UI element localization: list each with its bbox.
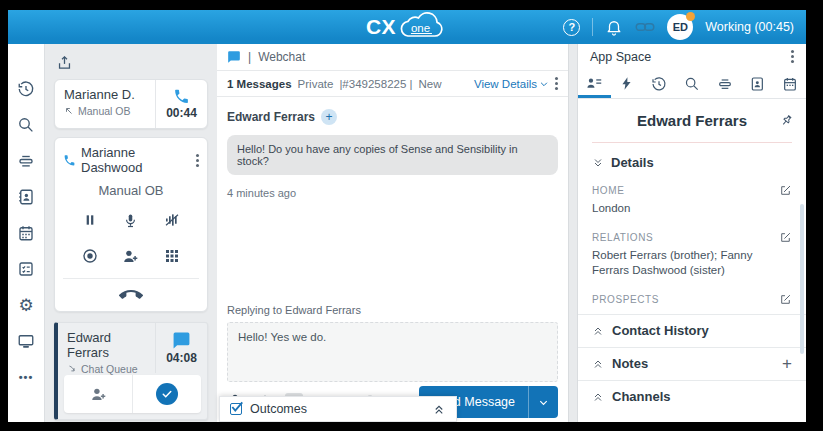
- svg-text:one: one: [411, 22, 430, 34]
- collapse-chevrons-icon: [592, 358, 604, 370]
- upload-icon[interactable]: [56, 54, 73, 71]
- hang-up-button[interactable]: [119, 288, 143, 302]
- tab-actions[interactable]: [611, 69, 644, 98]
- section-label: Channels: [612, 389, 671, 404]
- chat-bubble-icon: [227, 50, 241, 64]
- apps-launcher-icon[interactable]: [17, 260, 35, 278]
- status-label: New: [419, 78, 442, 90]
- view-details-label: View Details: [474, 78, 537, 90]
- details-section: Details HOME London RELATIONS Robert Fer…: [578, 143, 806, 314]
- search-icon[interactable]: [17, 116, 35, 134]
- message-input[interactable]: Hello! Yes we do.: [227, 322, 558, 382]
- section-label: Notes: [612, 356, 648, 371]
- field-value: Robert Ferrars (brother); Fanny Ferrars …: [592, 248, 792, 279]
- call-menu-icon[interactable]: [196, 159, 199, 162]
- chat-panel: | Webchat 1 Messages Private |#349258225…: [217, 44, 569, 422]
- accept-button[interactable]: [132, 375, 201, 413]
- call-skill: Manual OB: [63, 183, 199, 198]
- contacts-panel: Marianne D. Manual OB 00:44 Marianne Das…: [45, 44, 217, 422]
- active-call-name: Marianne Dashwood: [81, 145, 191, 175]
- collapse-chevrons-icon: [592, 391, 604, 403]
- tab-search[interactable]: [676, 69, 709, 98]
- hold-pause-button[interactable]: [79, 209, 101, 231]
- field-label: RELATIONS: [592, 232, 653, 243]
- edit-icon[interactable]: [779, 184, 792, 197]
- top-bar: CX one ? ED Working (00:45): [8, 10, 806, 44]
- inbound-arrow-icon: [67, 364, 77, 374]
- contact-card-voice[interactable]: Marianne D. Manual OB 00:44: [54, 79, 208, 129]
- field-home: HOME London: [592, 184, 792, 217]
- collapse-chevrons-icon: [592, 325, 604, 337]
- logo-cx-text: CX: [366, 15, 396, 39]
- tab-calendar[interactable]: [773, 69, 806, 98]
- tab-contacts[interactable]: [741, 69, 774, 98]
- queue-icon[interactable]: [17, 152, 35, 170]
- pin-icon[interactable]: [779, 113, 794, 128]
- more-icon[interactable]: •••: [17, 368, 35, 386]
- help-icon[interactable]: ?: [563, 19, 580, 36]
- avatar-initials: ED: [673, 21, 688, 33]
- app-space-title: App Space: [590, 50, 651, 64]
- message-thread: Edward Ferrars + Hello! Do you have any …: [217, 97, 568, 300]
- mask-recording-button[interactable]: [161, 209, 183, 231]
- settings-gear-icon[interactable]: ⚙: [17, 296, 35, 314]
- chevron-down-icon: [538, 397, 549, 408]
- field-label: HOME: [592, 185, 624, 196]
- link-icon[interactable]: [635, 19, 655, 35]
- calendar-icon[interactable]: [17, 224, 35, 242]
- field-label: PROSPECTS: [592, 294, 659, 305]
- tab-customer-card[interactable]: [578, 69, 611, 98]
- avatar[interactable]: ED: [667, 14, 693, 40]
- tab-queue[interactable]: [708, 69, 741, 98]
- notifications-bell-icon[interactable]: [605, 18, 623, 36]
- transfer-contact-button[interactable]: [64, 375, 132, 413]
- contact-card-chat-selected[interactable]: Edward Ferrars Chat Queue 04:08: [54, 322, 208, 420]
- section-contact-history[interactable]: Contact History: [578, 314, 806, 347]
- add-note-button[interactable]: +: [782, 354, 792, 374]
- app-space-menu-icon[interactable]: [791, 55, 794, 58]
- replying-to-label: Replying to Edward Ferrars: [227, 304, 558, 316]
- contact-queue: Chat Queue: [81, 363, 138, 375]
- channel-separator: |: [248, 50, 251, 64]
- scrollbar-thumb[interactable]: [800, 204, 804, 354]
- agent-status[interactable]: Working (00:45): [705, 20, 794, 34]
- dialpad-button[interactable]: [161, 245, 183, 267]
- section-notes[interactable]: Notes +: [578, 347, 806, 380]
- details-label: Details: [611, 155, 654, 170]
- add-participant-button[interactable]: [120, 245, 142, 267]
- field-value: London: [592, 201, 792, 217]
- record-button[interactable]: [79, 245, 101, 267]
- history-icon[interactable]: [17, 80, 35, 98]
- app-window: CX one ? ED Working (00:45): [8, 10, 806, 422]
- active-call-card: Marianne Dashwood Manual OB: [54, 137, 208, 312]
- section-channels[interactable]: Channels: [578, 380, 806, 413]
- chat-menu-icon[interactable]: [555, 82, 558, 85]
- collapse-chevrons-icon[interactable]: [432, 403, 446, 416]
- tab-history[interactable]: [643, 69, 676, 98]
- edit-icon[interactable]: [779, 231, 792, 244]
- outcomes-checkbox-icon: [230, 403, 242, 415]
- view-details-link[interactable]: View Details: [474, 78, 549, 90]
- sender-name: Edward Ferrars: [227, 110, 315, 124]
- add-contact-icon[interactable]: +: [321, 109, 337, 125]
- expand-chevrons-icon: [592, 157, 604, 169]
- chat-channel-header: | Webchat: [217, 44, 568, 71]
- monitor-icon[interactable]: [17, 332, 35, 350]
- edit-icon[interactable]: [779, 293, 792, 306]
- plus-glyph: +: [326, 110, 333, 124]
- send-options-caret[interactable]: [528, 386, 558, 418]
- details-header[interactable]: Details: [592, 155, 792, 170]
- outcomes-bar[interactable]: Outcomes: [219, 396, 457, 422]
- customer-name-title: Edward Ferrars: [637, 112, 747, 129]
- topbar-divider: [592, 18, 593, 36]
- channel-name: Webchat: [258, 50, 305, 64]
- field-relations: RELATIONS Robert Ferrars (brother); Fann…: [592, 231, 792, 279]
- contact-name: Edward Ferrars: [67, 330, 146, 360]
- call-timer: 00:44: [166, 106, 197, 120]
- incoming-message: Hello! Do you have any copies of Sense a…: [227, 135, 558, 175]
- privacy-label: Private: [298, 78, 334, 90]
- contacts-book-icon[interactable]: [17, 188, 35, 206]
- mute-mic-button[interactable]: [120, 209, 142, 231]
- chevron-down-icon: [539, 79, 549, 89]
- section-label: Contact History: [612, 323, 709, 338]
